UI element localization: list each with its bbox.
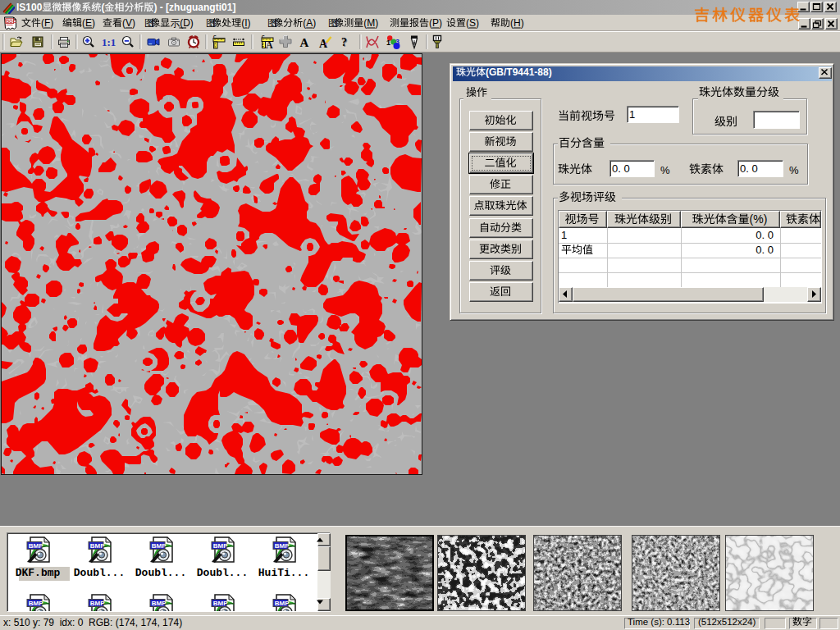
svg-text:A: A [266,39,273,51]
svg-text:1: 1 [386,39,390,47]
svg-text:1:1: 1:1 [102,36,116,48]
svg-text:DOC: DOC [6,19,16,24]
svg-text:A: A [300,36,309,49]
svg-text:?: ? [341,36,347,48]
